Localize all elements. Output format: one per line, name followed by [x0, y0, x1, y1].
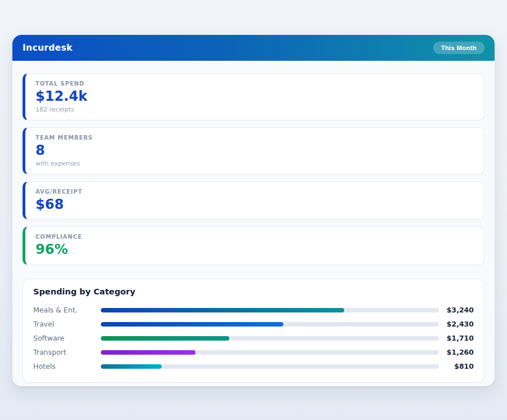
- category-label: Hotels: [33, 362, 101, 370]
- category-bar-list: Meals & Ent.$3,240Travel$2,430Software$1…: [33, 303, 474, 373]
- dashboard-window: Incurdesk This Month TOTAL SPEND $12.4k …: [12, 35, 495, 386]
- app-header: Incurdesk This Month: [12, 35, 495, 61]
- category-bar-track: [101, 308, 439, 312]
- chart-title: Spending by Category: [33, 287, 474, 296]
- stat-card-compliance: COMPLIANCE 96%: [23, 226, 484, 265]
- category-bar-fill: [101, 322, 283, 327]
- category-label: Travel: [33, 320, 101, 328]
- category-bar-track: [101, 322, 439, 327]
- category-bar-fill: [101, 364, 162, 369]
- stat-label: TEAM MEMBERS: [35, 135, 474, 141]
- stat-value: 96%: [35, 242, 474, 258]
- stat-value: 8: [35, 142, 474, 159]
- category-label: Meals & Ent.: [33, 306, 101, 314]
- stat-label: AVG/RECEIPT: [35, 189, 474, 195]
- category-bar-track: [101, 364, 439, 369]
- spending-by-category-card: Spending by Category Meals & Ent.$3,240T…: [23, 279, 484, 383]
- category-row: Travel$2,430: [33, 317, 474, 331]
- category-value: $2,430: [439, 320, 474, 328]
- category-label: Software: [33, 334, 101, 342]
- stat-value: $12.4k: [35, 88, 474, 105]
- stat-subtext: with expenses: [35, 160, 474, 167]
- category-value: $1,710: [439, 334, 474, 342]
- stat-card-avg-receipt: AVG/RECEIPT $68: [23, 181, 484, 220]
- dashboard-content: TOTAL SPEND $12.4k 182 receipts TEAM MEM…: [12, 61, 495, 393]
- stat-card-team-members: TEAM MEMBERS 8 with expenses: [23, 127, 484, 175]
- category-value: $1,260: [439, 348, 474, 356]
- category-bar-fill: [101, 308, 344, 312]
- category-bar-track: [101, 336, 439, 341]
- category-bar-track: [101, 350, 439, 355]
- stat-label: TOTAL SPEND: [35, 81, 474, 87]
- category-row: Software$1,710: [33, 331, 474, 345]
- stat-subtext: 182 receipts: [35, 106, 474, 113]
- category-row: Meals & Ent.$3,240: [33, 303, 474, 317]
- stat-card-total-spend: TOTAL SPEND $12.4k 182 receipts: [23, 73, 484, 120]
- category-value: $810: [439, 362, 474, 370]
- stat-label: COMPLIANCE: [35, 234, 474, 240]
- category-bar-fill: [101, 350, 195, 355]
- stat-value: $68: [35, 196, 474, 213]
- category-bar-fill: [101, 336, 229, 341]
- category-label: Transport: [33, 348, 101, 356]
- period-selector-badge[interactable]: This Month: [433, 42, 484, 54]
- app-title: Incurdesk: [23, 43, 73, 53]
- category-value: $3,240: [439, 306, 474, 314]
- category-row: Transport$1,260: [33, 345, 474, 359]
- category-row: Hotels$810: [33, 359, 474, 373]
